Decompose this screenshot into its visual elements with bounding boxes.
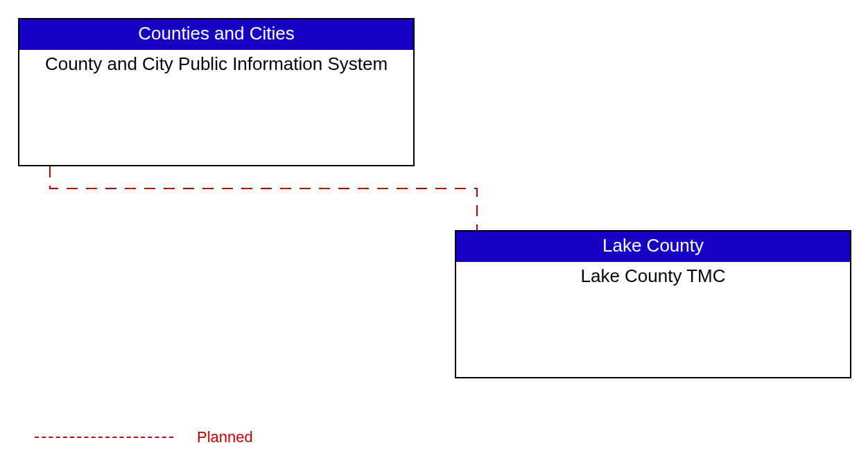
legend-line-planned: [35, 437, 173, 438]
legend: Planned: [35, 428, 253, 446]
node-lake-county: Lake County Lake County TMC: [455, 230, 851, 378]
node-body-lake-county: Lake County TMC: [456, 262, 850, 288]
legend-label-planned: Planned: [197, 428, 253, 446]
connector-path: [50, 166, 477, 231]
node-header-counties-cities: Counties and Cities: [19, 19, 413, 50]
node-header-lake-county: Lake County: [456, 231, 850, 262]
node-body-counties-cities: County and City Public Information Syste…: [19, 50, 413, 76]
node-counties-cities: Counties and Cities County and City Publ…: [18, 18, 415, 166]
